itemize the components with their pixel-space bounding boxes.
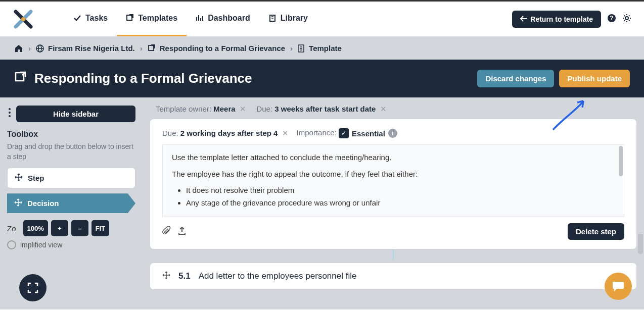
tool-step-label: Step [28, 174, 44, 182]
owner-label: Template owner: [156, 105, 211, 113]
breadcrumb-org[interactable]: Firsam Rise Nigeria Ltd. [36, 44, 135, 53]
svg-point-19 [9, 108, 11, 110]
nav-library[interactable]: Library [259, 2, 317, 36]
svg-rect-18 [16, 73, 24, 81]
breadcrumb-leaf-label: Template [309, 44, 342, 53]
step-meta: Due: 2 working days after step 4 ✕ Impor… [162, 128, 624, 138]
breadcrumb-sep: › [28, 44, 31, 53]
fullscreen-icon [27, 282, 39, 294]
due-label: Due: [256, 105, 272, 113]
due-value: 3 weeks after task start date [274, 105, 376, 113]
sidebar: Hide sidebar Toolbox Drag and drop the b… [0, 97, 143, 309]
nav-templates-label: Templates [138, 14, 177, 23]
clear-step-due-icon[interactable]: ✕ [282, 129, 289, 137]
template-icon [148, 44, 156, 53]
chat-icon [612, 280, 625, 293]
fullscreen-button[interactable] [19, 274, 47, 301]
check-icon [73, 14, 81, 22]
toolbox-description: Drag and drop the button below to insert… [7, 142, 135, 162]
toolbox: Toolbox Drag and drop the button below t… [7, 130, 135, 213]
owner-name: Meera [213, 105, 235, 113]
page-title: Responding to a Formal Grievance [34, 71, 252, 86]
clear-due-icon[interactable]: ✕ [380, 105, 387, 113]
attachment-icon[interactable] [162, 226, 171, 237]
clear-owner-icon[interactable]: ✕ [240, 105, 246, 113]
step-due-value: 2 working days after step 4 [180, 129, 278, 137]
importance-label: Importance: [297, 128, 337, 137]
dashboard-icon [196, 14, 204, 22]
next-step-card[interactable]: 5.1 Add letter to the employees personne… [150, 263, 637, 290]
nav-tasks-label: Tasks [85, 14, 108, 23]
simplified-label: implified view [20, 241, 62, 249]
discard-changes-button[interactable]: Discard changes [477, 70, 554, 87]
document-icon [298, 44, 305, 53]
arrow-left-icon [520, 15, 527, 23]
step-number: 5.1 [178, 271, 191, 281]
step-body-line1: Use the template letter attached to conc… [172, 152, 615, 164]
step-due-label: Due: [162, 129, 178, 137]
gear-icon[interactable] [622, 14, 631, 25]
nav-dashboard[interactable]: Dashboard [187, 2, 259, 36]
chat-button[interactable] [605, 273, 632, 300]
return-to-template-button[interactable]: Return to template [512, 11, 601, 28]
breadcrumb-sep: › [290, 44, 293, 53]
move-icon [14, 198, 22, 208]
essential-checkbox[interactable]: ✓ [339, 128, 349, 138]
hide-sidebar-button[interactable]: Hide sidebar [16, 106, 135, 122]
help-icon[interactable]: ? [607, 14, 616, 25]
breadcrumb-template-label: Responding to a Formal Grievance [160, 44, 285, 53]
breadcrumb-sep: › [140, 44, 143, 53]
step-title: Add letter to the employees personnel fi… [199, 271, 357, 281]
step-body-line2: The employee has the right to appeal the… [172, 169, 615, 180]
app-logo[interactable] [13, 9, 34, 30]
simplified-view-row[interactable]: implified view [7, 240, 135, 249]
templates-icon [126, 14, 134, 22]
top-navigation: Tasks Templates Dashboard Library Retu [0, 2, 644, 37]
svg-text:?: ? [610, 15, 613, 22]
return-label: Return to template [530, 15, 593, 23]
home-icon [14, 44, 23, 53]
move-icon [15, 173, 23, 183]
breadcrumb-home[interactable] [14, 44, 23, 53]
svg-point-9 [625, 17, 628, 20]
tool-decision[interactable]: Decision [7, 193, 135, 213]
svg-point-21 [9, 115, 11, 117]
breadcrumb-org-label: Firsam Rise Nigeria Ltd. [48, 44, 135, 53]
step-content-editor[interactable]: Use the template letter attached to conc… [162, 144, 624, 217]
publish-update-button[interactable]: Publish update [559, 70, 630, 87]
zoom-label: Zo [7, 224, 16, 233]
title-export-icon[interactable] [14, 71, 27, 86]
nav-templates[interactable]: Templates [117, 2, 187, 36]
breadcrumb: › Firsam Rise Nigeria Ltd. › Responding … [0, 37, 644, 60]
zoom-out-button[interactable]: – [71, 220, 88, 236]
main-panel: Template owner: Meera ✕ Due: 3 weeks aft… [143, 97, 644, 309]
simplified-toggle[interactable] [7, 240, 16, 249]
card-footer: Delete step [162, 223, 624, 240]
step-bullet-2: Any stage of the grievance procedure was… [186, 197, 615, 209]
toolbox-title: Toolbox [7, 130, 135, 139]
move-icon[interactable] [162, 271, 170, 281]
panel-scrollbar[interactable] [638, 234, 643, 254]
tool-decision-label: Decision [27, 199, 59, 208]
importance-value: Essential [352, 129, 385, 138]
tool-step[interactable]: Step [7, 168, 135, 188]
sidebar-menu-icon[interactable] [7, 105, 12, 123]
info-icon[interactable]: i [388, 129, 397, 138]
upload-icon[interactable] [177, 226, 187, 237]
zoom-fit-button[interactable]: FIT [91, 220, 110, 236]
content-area: Hide sidebar Toolbox Drag and drop the b… [0, 97, 644, 309]
template-meta-row: Template owner: Meera ✕ Due: 3 weeks aft… [150, 105, 637, 114]
zoom-in-button[interactable]: + [51, 220, 68, 236]
zoom-100-button[interactable]: 100% [23, 220, 48, 236]
svg-point-2 [21, 17, 25, 21]
nav-tasks[interactable]: Tasks [64, 2, 117, 36]
step-bullet-1: It does not resolve their problem [186, 185, 615, 196]
breadcrumb-template[interactable]: Responding to a Formal Grievance [148, 44, 285, 53]
breadcrumb-leaf[interactable]: Template [298, 44, 342, 53]
step-card: Due: 2 working days after step 4 ✕ Impor… [150, 119, 637, 249]
title-bar: Responding to a Formal Grievance Discard… [0, 60, 644, 97]
inner-scrollbar[interactable] [619, 146, 623, 176]
delete-step-button[interactable]: Delete step [568, 223, 624, 240]
library-icon [268, 14, 277, 22]
zoom-controls: Zo 100% + – FIT [7, 220, 135, 236]
